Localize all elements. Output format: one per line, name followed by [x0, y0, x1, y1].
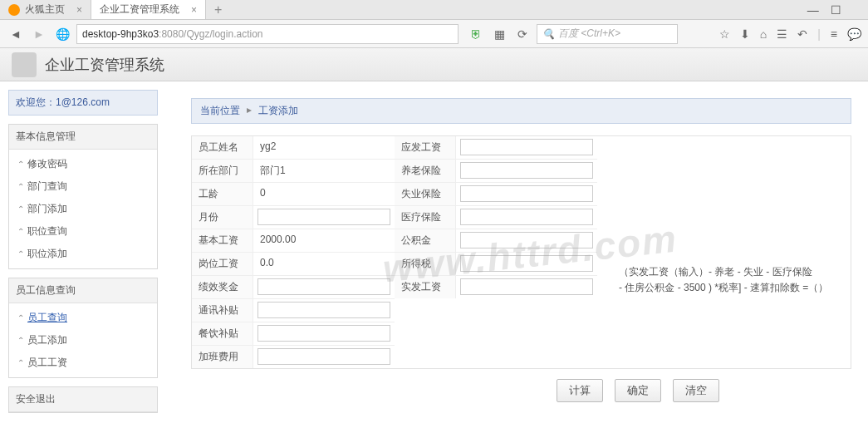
label-dept: 所在部门: [192, 160, 253, 182]
panel-title: 员工信息查询: [9, 278, 157, 303]
search-icon: 🔍: [542, 28, 555, 40]
search-input[interactable]: 🔍 百度 <Ctrl+K>: [537, 24, 678, 44]
shield-icon[interactable]: ⛨: [467, 25, 485, 43]
nav-change-password[interactable]: ⌃修改密码: [9, 153, 157, 175]
nav-dept-add[interactable]: ⌃部门添加: [9, 198, 157, 220]
caret-icon: ⌃: [17, 336, 24, 345]
nav-position-query[interactable]: ⌃职位查询: [9, 220, 157, 243]
input-pension[interactable]: [460, 162, 593, 179]
sidebar: 欢迎您：1@126.com 基本信息管理 ⌃修改密码 ⌃部门查询 ⌃部门添加 ⌃…: [0, 81, 166, 428]
label-fund: 公积金: [395, 229, 456, 252]
window-titlebar: 火狐主页 × 企业工资管理系统 × + — ☐ ×: [0, 0, 868, 20]
app-title: 企业工资管理系统: [45, 55, 164, 75]
label-comm: 通讯补贴: [192, 299, 253, 322]
caret-icon: ⌃: [17, 249, 24, 258]
url-host: desktop-9hp3ko3: [82, 28, 159, 40]
breadcrumb: 当前位置 ▸ 工资添加: [191, 98, 851, 124]
value-dept: 部门1: [253, 160, 395, 182]
input-unemp[interactable]: [460, 185, 593, 202]
input-gross[interactable]: [460, 139, 593, 155]
value-post: 0.0: [253, 253, 395, 275]
maximize-icon[interactable]: ☐: [831, 3, 841, 17]
reload-icon[interactable]: ⟳: [513, 25, 532, 43]
value-base: 2000.00: [253, 229, 395, 252]
caret-icon: ⌃: [17, 227, 24, 236]
formula-line1: （实发工资（输入）- 养老 - 失业 - 医疗保险: [619, 264, 851, 280]
label-name: 员工姓名: [192, 136, 253, 159]
search-placeholder: 百度 <Ctrl+K>: [558, 27, 620, 41]
input-net[interactable]: [460, 278, 593, 295]
input-med[interactable]: [460, 209, 593, 225]
close-icon[interactable]: ×: [191, 4, 197, 16]
input-perf[interactable]: [257, 278, 390, 295]
formula-line2: - 住房公积金 - 3500 ) *税率] - 速算扣除数 =（）: [619, 280, 851, 296]
value-age: 0: [253, 183, 395, 205]
chevron-right-icon: ▸: [247, 104, 252, 118]
label-food: 餐饮补贴: [192, 322, 253, 345]
nav-emp-salary[interactable]: ⌃员工工资: [9, 352, 157, 374]
globe-icon: 🌐: [53, 25, 71, 43]
menu-icon[interactable]: ≡: [831, 27, 837, 41]
main-layout: 欢迎您：1@126.com 基本信息管理 ⌃修改密码 ⌃部门查询 ⌃部门添加 ⌃…: [0, 81, 868, 428]
nav-emp-query[interactable]: ⌃员工查询: [9, 307, 157, 329]
panel-title: 安全退出: [9, 387, 157, 412]
label-age: 工龄: [192, 183, 253, 205]
input-tax[interactable]: [460, 255, 593, 272]
tab-label: 企业工资管理系统: [100, 2, 179, 17]
caret-icon: ⌃: [17, 358, 24, 367]
content-area: 当前位置 ▸ 工资添加 www.httrd.com 员工姓名yg2 所在部门部门…: [166, 81, 868, 428]
label-gross: 应发工资: [395, 136, 456, 159]
list-icon[interactable]: ☰: [777, 27, 787, 41]
minimize-icon[interactable]: —: [807, 3, 819, 17]
label-med: 医疗保险: [395, 206, 456, 229]
breadcrumb-page: 工资添加: [258, 104, 298, 118]
label-post: 岗位工资: [192, 253, 253, 275]
caret-icon: ⌃: [17, 160, 24, 169]
panel-logout[interactable]: 安全退出: [8, 386, 158, 413]
label-ot: 加班费用: [192, 346, 253, 368]
nav-dept-query[interactable]: ⌃部门查询: [9, 175, 157, 198]
value-name: yg2: [253, 136, 395, 159]
close-icon[interactable]: ×: [76, 4, 82, 16]
url-path: :8080/Qygz/login.action: [159, 28, 262, 40]
url-bar: ◄ ► 🌐 desktop-9hp3ko3:8080/Qygz/login.ac…: [0, 20, 868, 48]
label-month: 月份: [192, 206, 253, 229]
chat-icon[interactable]: 💬: [847, 27, 861, 41]
ok-button[interactable]: 确定: [615, 379, 661, 402]
qr-icon[interactable]: ▦: [490, 25, 508, 43]
label-pension: 养老保险: [395, 160, 456, 182]
label-base: 基本工资: [192, 229, 253, 252]
bookmark-icon[interactable]: ☆: [719, 27, 730, 41]
download-icon[interactable]: ⬇: [740, 27, 750, 41]
label-perf: 绩效奖金: [192, 276, 253, 298]
forward-button[interactable]: ►: [30, 25, 48, 43]
nav-position-add[interactable]: ⌃职位添加: [9, 243, 157, 265]
input-fund[interactable]: [460, 232, 593, 248]
input-food[interactable]: [257, 325, 390, 342]
formula-hint: （实发工资（输入）- 养老 - 失业 - 医疗保险 - 住房公积金 - 3500…: [619, 264, 851, 296]
clear-button[interactable]: 清空: [673, 379, 719, 402]
tab-label: 火狐主页: [25, 2, 65, 17]
caret-icon: ⌃: [17, 313, 24, 322]
welcome-box: 欢迎您：1@126.com: [8, 90, 158, 116]
panel-title: 基本信息管理: [9, 125, 157, 150]
back-button[interactable]: ◄: [7, 25, 25, 43]
browser-tab-app[interactable]: 企业工资管理系统 ×: [91, 0, 206, 19]
undo-icon[interactable]: ↶: [797, 27, 807, 41]
new-tab-button[interactable]: +: [206, 2, 230, 17]
input-ot[interactable]: [257, 348, 390, 365]
home-icon[interactable]: ⌂: [760, 27, 767, 41]
label-net: 实发工资: [395, 276, 456, 298]
nav-emp-add[interactable]: ⌃员工添加: [9, 329, 157, 352]
input-comm[interactable]: [257, 302, 390, 318]
label-tax: 所得税: [395, 253, 456, 275]
toolbar-icons: ☆ ⬇ ⌂ ☰ ↶ | ≡ 💬: [719, 27, 861, 41]
calc-button[interactable]: 计算: [557, 379, 603, 402]
url-input[interactable]: desktop-9hp3ko3:8080/Qygz/login.action: [76, 24, 459, 44]
salary-form: 员工姓名yg2 所在部门部门1 工龄0 月份 基本工资2000.00 岗位工资0…: [191, 135, 851, 369]
firefox-icon: [8, 4, 20, 16]
browser-tab-home[interactable]: 火狐主页 ×: [0, 0, 91, 19]
input-month[interactable]: [257, 209, 390, 225]
window-controls: — ☐ ×: [807, 3, 868, 17]
panel-basic: 基本信息管理 ⌃修改密码 ⌃部门查询 ⌃部门添加 ⌃职位查询 ⌃职位添加: [8, 124, 158, 269]
